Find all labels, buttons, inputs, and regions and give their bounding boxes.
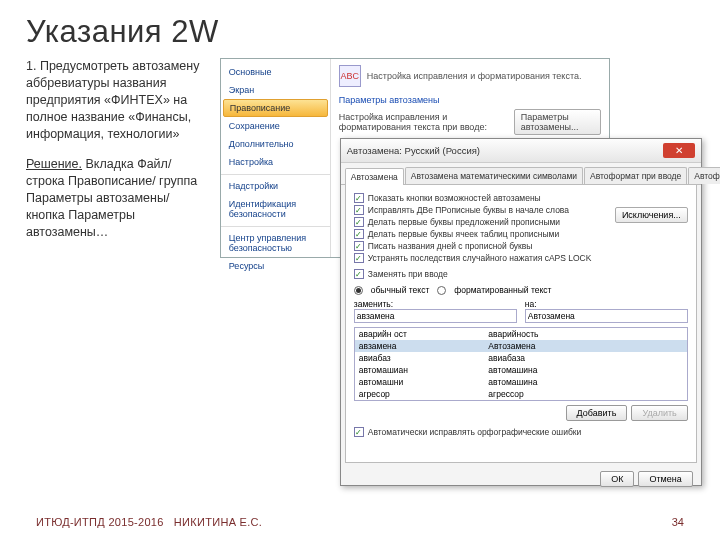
- page-title: Указания 2W: [26, 14, 694, 50]
- with-input[interactable]: [525, 309, 688, 323]
- tab-math[interactable]: Автозамена математическими символами: [405, 167, 583, 184]
- dialog-tabs: Автозамена Автозамена математическими си…: [341, 163, 701, 185]
- chk-day-cap[interactable]: [354, 241, 364, 251]
- chk-show-buttons[interactable]: [354, 193, 364, 203]
- ok-button[interactable]: ОК: [600, 471, 634, 487]
- tab-autocorrect[interactable]: Автозамена: [345, 168, 404, 185]
- sidebar-item-save[interactable]: Сохранение: [221, 117, 330, 135]
- footer-left: ИТЮД-ИТПД 2015-2016 НИКИТИНА Е.С.: [36, 516, 262, 528]
- page-number: 34: [672, 516, 684, 528]
- tab-autoformat-type[interactable]: Автоформат при вводе: [584, 167, 687, 184]
- chk-sentence-cap[interactable]: [354, 217, 364, 227]
- delete-button[interactable]: Удалить: [631, 405, 687, 421]
- sidebar-item-proofing[interactable]: Правописание: [223, 99, 328, 117]
- sidebar-item-general[interactable]: Основные: [221, 63, 330, 81]
- options-sidebar: Основные Экран Правописание Сохранение Д…: [221, 59, 331, 257]
- replace-input[interactable]: [354, 309, 517, 323]
- sidebar-item-ribbon[interactable]: Надстройки: [221, 174, 330, 195]
- tab-autoformat[interactable]: Автоформат: [688, 167, 720, 184]
- sidebar-item-qat[interactable]: Идентификация безопасности: [221, 195, 330, 223]
- cancel-button[interactable]: Отмена: [638, 471, 692, 487]
- sidebar-item-language[interactable]: Дополнительно: [221, 135, 330, 153]
- autocorrect-desc: Настройка исправления и форматирования т…: [339, 112, 514, 132]
- autocorrect-options-button[interactable]: Параметры автозамены...: [514, 109, 601, 135]
- autocorrect-section-label: Параметры автозамены: [339, 95, 601, 105]
- add-button[interactable]: Добавить: [566, 405, 628, 421]
- dialog-title: Автозамена: Русский (Россия): [347, 145, 480, 156]
- close-icon[interactable]: ✕: [663, 143, 695, 158]
- replace-list[interactable]: аварийн оставарийность авзаменаАвтозамен…: [354, 327, 688, 401]
- autocorrect-dialog: Автозамена: Русский (Россия) ✕ Автозамен…: [340, 138, 702, 486]
- sidebar-item-advanced[interactable]: Настройка: [221, 153, 330, 171]
- exceptions-button[interactable]: Исключения...: [615, 207, 688, 223]
- proofing-heading: Настройка исправления и форматирования т…: [367, 71, 582, 81]
- sidebar-item-display[interactable]: Экран: [221, 81, 330, 99]
- chk-capslock[interactable]: [354, 253, 364, 263]
- chk-cell-cap[interactable]: [354, 229, 364, 239]
- radio-formatted[interactable]: [437, 286, 446, 295]
- radio-plain[interactable]: [354, 286, 363, 295]
- chk-two-caps[interactable]: [354, 205, 364, 215]
- proofing-icon: ABC: [339, 65, 361, 87]
- sidebar-item-trust[interactable]: Ресурсы: [221, 257, 330, 275]
- chk-replace[interactable]: [354, 269, 364, 279]
- task-text: 1. Предусмотреть автозамену аббревиатуры…: [26, 58, 210, 488]
- sidebar-item-addins[interactable]: Центр управления безопасностью: [221, 226, 330, 257]
- chk-spell[interactable]: [354, 427, 364, 437]
